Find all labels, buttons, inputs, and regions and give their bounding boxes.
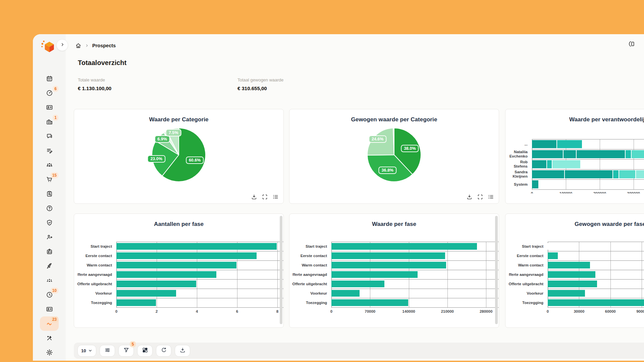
- list-icon[interactable]: [272, 194, 279, 200]
- axis-category-label: Voorkeur: [74, 289, 112, 298]
- row-gridline: [532, 179, 644, 180]
- sidebar-item-contact-card[interactable]: [40, 302, 59, 316]
- stat-value: € 1.130.100,00: [78, 85, 237, 91]
- download-icon[interactable]: [251, 194, 257, 200]
- sidebar-item-tools[interactable]: [40, 331, 59, 345]
- bar: [548, 262, 644, 268]
- bar-segment: [116, 262, 237, 268]
- sidebar-item-shield[interactable]: [40, 216, 59, 230]
- bar-segment: [547, 160, 552, 168]
- bar-segment: [116, 271, 217, 278]
- team-icon: [46, 162, 53, 169]
- sidebar-expand-button[interactable]: [56, 39, 68, 51]
- refresh-button[interactable]: [156, 345, 171, 357]
- download-icon[interactable]: [466, 194, 473, 200]
- bar: [331, 243, 499, 250]
- bar-segment: [331, 281, 385, 287]
- sidebar-nav: 61151023: [33, 71, 66, 360]
- chart-actions: [466, 194, 494, 200]
- breadcrumb: Prospects: [75, 40, 116, 52]
- row-gridline: [331, 289, 499, 289]
- bar-segment: [331, 243, 478, 250]
- axis-tick-label: 4: [196, 309, 198, 313]
- vertical-scrollbar[interactable]: [495, 216, 498, 324]
- bar: [331, 271, 499, 278]
- sidebar-item-chat[interactable]: [40, 129, 59, 143]
- row-gridline: [331, 270, 499, 270]
- sidebar-item-rocket[interactable]: [40, 259, 59, 273]
- axis-category-label: Eerste contact: [74, 251, 112, 260]
- clipboard-search-icon: [46, 190, 53, 197]
- sidebar-item-help[interactable]: [40, 201, 59, 216]
- id-badge-icon: [46, 248, 53, 255]
- sidebar-item-prospects[interactable]: 23: [40, 316, 59, 331]
- sidebar-item-group[interactable]: [40, 273, 59, 288]
- sidebar-item-clipboard-search[interactable]: [40, 187, 59, 201]
- stat-total-value: Totale waarde € 1.130.100,00: [78, 77, 237, 91]
- bar: [116, 262, 283, 268]
- bar: [116, 281, 283, 287]
- bar-segment: [548, 281, 598, 287]
- breadcrumb-chevron-icon: [85, 43, 89, 48]
- bar: [532, 140, 644, 148]
- stat-label: Totale waarde: [78, 77, 237, 82]
- bar: [116, 243, 283, 250]
- axis-category-label: Offerte uitgebracht: [505, 279, 543, 289]
- bar-segment: [632, 150, 644, 158]
- row-gridline: [532, 139, 644, 139]
- sidebar: 61151023: [33, 34, 66, 361]
- sidebar-item-calendar[interactable]: [40, 71, 59, 86]
- axis-tick-label: 280000: [480, 309, 492, 313]
- axis-tick-label: 0: [330, 309, 332, 313]
- list-icon[interactable]: [488, 194, 494, 200]
- bar: [548, 281, 644, 287]
- sidebar-item-id-badge[interactable]: [40, 244, 59, 259]
- bar: [116, 290, 283, 297]
- axis-category-label: Nataliia Evchenko: [505, 149, 528, 159]
- row-gridline: [548, 242, 644, 242]
- notes-icon: [46, 147, 53, 154]
- axis-tick-label: 2: [156, 309, 158, 313]
- bar-segment: [532, 140, 557, 148]
- export-button[interactable]: [175, 345, 190, 357]
- sidebar-item-user-out[interactable]: [40, 230, 59, 244]
- bar-chart-waarde-per-fase: Start trajectEerste contactWarm contactf…: [289, 242, 499, 317]
- split-view-button[interactable]: [627, 40, 636, 49]
- chart-title: Aantallen per fase: [74, 221, 283, 228]
- sidebar-item-notes[interactable]: [40, 143, 59, 158]
- fullscreen-icon[interactable]: [262, 194, 268, 200]
- sidebar-item-history[interactable]: 10: [40, 288, 59, 302]
- chart-title: Waarde per fase: [289, 221, 499, 228]
- vertical-scrollbar[interactable]: [280, 216, 282, 324]
- sidebar-item-company[interactable]: 1: [40, 115, 59, 129]
- split-view-icon: [628, 43, 635, 49]
- home-icon[interactable]: [75, 43, 82, 49]
- row-gridline: [331, 279, 499, 280]
- bar-segment: [548, 262, 591, 268]
- breadcrumb-current[interactable]: Prospects: [92, 43, 116, 48]
- grid-icon: [142, 347, 148, 355]
- tools-icon: [46, 335, 53, 342]
- axis-tick-label: 70000: [365, 309, 375, 313]
- bar: [116, 271, 283, 278]
- plot-area: 0100000200000300000: [532, 139, 644, 189]
- sidebar-item-settings[interactable]: [40, 345, 59, 360]
- layout-button[interactable]: [137, 345, 153, 357]
- sidebar-item-team[interactable]: [40, 158, 59, 172]
- axis-category-label: Sandra Kleijnen: [505, 169, 528, 179]
- bar: [548, 299, 644, 306]
- bar-segment: [548, 252, 558, 259]
- sidebar-item-dashboard[interactable]: 6: [40, 86, 59, 100]
- fullscreen-icon[interactable]: [477, 194, 483, 200]
- sidebar-item-contact-card[interactable]: [40, 100, 59, 115]
- sidebar-item-cart[interactable]: 15: [40, 172, 59, 187]
- page-size-select[interactable]: 10: [77, 345, 96, 357]
- bar-segment: [116, 299, 157, 306]
- column-settings-button[interactable]: [100, 345, 115, 357]
- row-gridline: [532, 189, 644, 190]
- bar-segment: [532, 170, 565, 178]
- bar-segment: [532, 180, 539, 188]
- filter-button[interactable]: 5: [118, 345, 134, 357]
- axis-category-label: Offerte uitgebracht: [289, 279, 327, 289]
- axis-category-label: Eerste contact: [505, 251, 543, 260]
